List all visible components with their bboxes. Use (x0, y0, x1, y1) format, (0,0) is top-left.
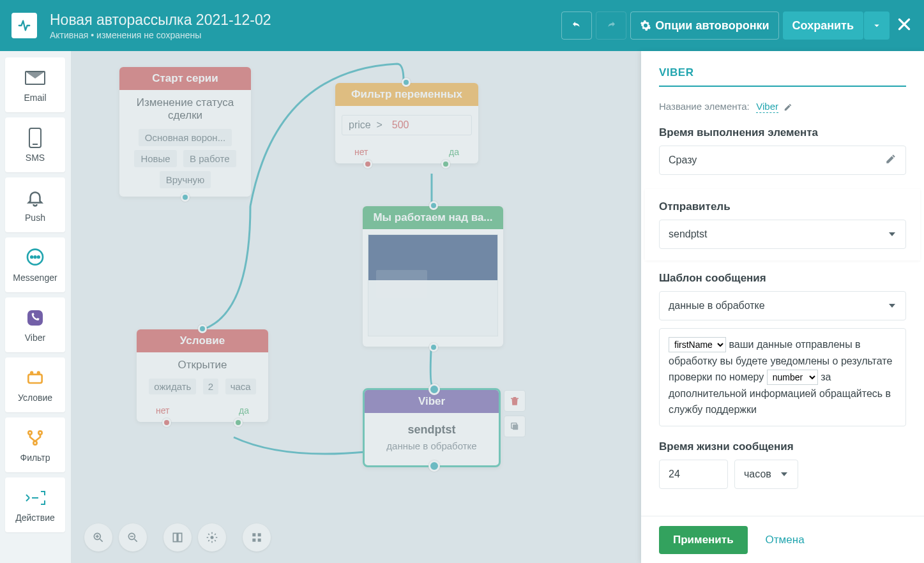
ttl-value-input[interactable]: 24 (659, 460, 728, 489)
tool-push[interactable]: Push (5, 177, 65, 232)
svg-rect-19 (258, 539, 261, 542)
svg-rect-17 (258, 533, 261, 536)
panel-title: VIBER (659, 66, 906, 87)
connector[interactable] (428, 384, 440, 395)
node-condition[interactable]: Условие Открытие ожидать 2 часа нетда (137, 329, 268, 422)
svg-rect-16 (252, 533, 255, 536)
connector-no[interactable] (162, 418, 171, 427)
email-preview (368, 234, 498, 336)
connector[interactable] (428, 460, 440, 472)
sender-select[interactable]: sendptst (659, 220, 906, 249)
redo-button[interactable] (596, 11, 626, 40)
options-button[interactable]: Опции автоворонки (630, 11, 778, 40)
save-button[interactable]: Сохранить (783, 11, 863, 40)
tool-action[interactable]: Действие (5, 477, 65, 532)
tool-email[interactable]: Email (5, 57, 65, 112)
settings-button[interactable] (198, 523, 226, 552)
page-title: Новая авторассылка 2021-12-02 (50, 11, 557, 29)
node-email[interactable]: Мы работаем над ва... (363, 206, 503, 347)
svg-point-9 (38, 431, 42, 434)
message-body[interactable]: firstName ваши данные отправлены в обраб… (659, 328, 906, 426)
connector[interactable] (198, 324, 207, 333)
variable-firstname[interactable]: firstName (669, 337, 726, 352)
connector[interactable] (402, 78, 411, 87)
connector[interactable] (429, 201, 438, 210)
tool-sms[interactable]: SMS (5, 117, 65, 172)
tool-condition[interactable]: Условие (5, 357, 65, 412)
connector-no[interactable] (363, 160, 372, 169)
undo-button[interactable] (561, 11, 592, 40)
svg-point-2 (34, 256, 36, 258)
svg-point-6 (31, 372, 33, 374)
svg-rect-11 (513, 424, 518, 430)
svg-point-15 (211, 536, 214, 539)
save-dropdown[interactable] (864, 11, 890, 40)
svg-point-3 (38, 256, 40, 258)
node-filter[interactable]: Фильтр переменных price > 500 нетда (335, 83, 478, 163)
delete-node-button[interactable] (504, 390, 526, 412)
execution-time-field[interactable]: Сразу (659, 146, 906, 175)
connector-yes[interactable] (234, 418, 243, 427)
cancel-button[interactable]: Отмена (766, 534, 805, 546)
node-viber[interactable]: Viber sendptst данные в обработке (363, 388, 501, 467)
svg-point-1 (31, 256, 33, 258)
ttl-unit-select[interactable]: часов (734, 460, 798, 489)
tool-filter[interactable]: Фильтр (5, 417, 65, 472)
copy-node-button[interactable] (504, 416, 526, 437)
svg-rect-18 (252, 539, 255, 542)
svg-rect-5 (28, 375, 42, 383)
app-logo[interactable] (11, 13, 37, 38)
svg-point-8 (28, 431, 31, 434)
grid-button[interactable] (243, 523, 271, 552)
tool-viber[interactable]: Viber (5, 297, 65, 352)
map-button[interactable] (163, 523, 192, 552)
connector-yes[interactable] (441, 160, 450, 169)
zoom-out-button[interactable] (119, 523, 147, 552)
tool-messenger[interactable]: Messenger (5, 237, 65, 292)
element-name[interactable]: Viber (756, 101, 778, 113)
pencil-icon (885, 153, 897, 167)
connector[interactable] (181, 193, 190, 202)
apply-button[interactable]: Применить (659, 526, 748, 554)
variable-number[interactable]: number (767, 370, 818, 385)
zoom-in-button[interactable] (84, 523, 112, 552)
edit-name-icon[interactable] (784, 103, 792, 112)
page-status: Активная • изменения не сохранены (50, 30, 557, 40)
svg-point-7 (38, 372, 40, 374)
svg-point-10 (33, 441, 36, 444)
node-start[interactable]: Старт серии Изменение статуса сделки Осн… (119, 67, 251, 197)
template-select[interactable]: данные в обработке (659, 291, 906, 320)
connector[interactable] (429, 343, 438, 352)
properties-panel: VIBER Название элемента: Viber Время вып… (641, 51, 924, 563)
close-button[interactable] (896, 16, 913, 35)
